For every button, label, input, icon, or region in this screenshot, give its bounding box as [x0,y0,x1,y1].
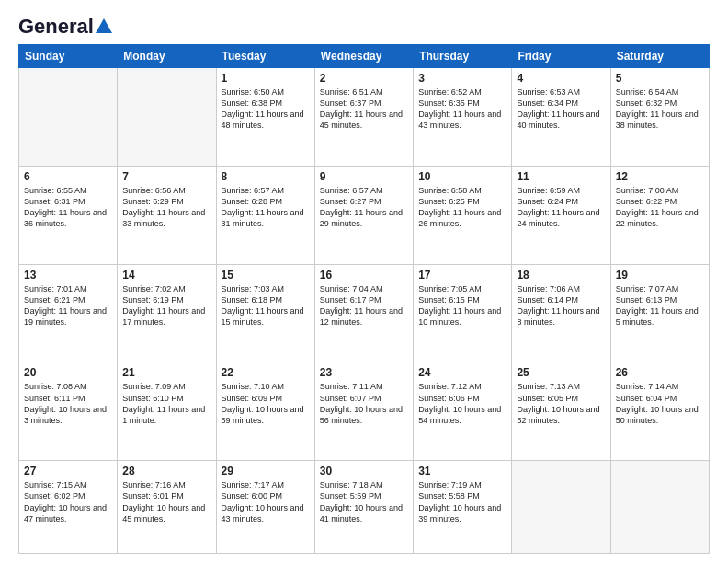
cell-info: Sunrise: 7:06 AMSunset: 6:14 PMDaylight:… [517,284,599,327]
calendar-cell: 4Sunrise: 6:53 AMSunset: 6:34 PMDaylight… [512,68,610,167]
cell-info: Sunrise: 6:58 AMSunset: 6:25 PMDaylight:… [418,186,501,228]
day-number: 14 [122,269,210,282]
cell-info: Sunrise: 7:00 AMSunset: 6:22 PMDaylight:… [616,186,699,228]
calendar-cell: 9Sunrise: 6:57 AMSunset: 6:27 PMDaylight… [314,166,413,264]
day-header-tuesday: Tuesday [216,45,314,68]
calendar-cell: 14Sunrise: 7:02 AMSunset: 6:19 PMDayligh… [118,264,216,362]
calendar-table: SundayMondayTuesdayWednesdayThursdayFrid… [18,44,710,554]
day-number: 17 [418,269,506,282]
cell-info: Sunrise: 7:14 AMSunset: 6:04 PMDaylight:… [616,382,699,424]
calendar-cell: 21Sunrise: 7:09 AMSunset: 6:10 PMDayligh… [118,362,216,461]
day-number: 24 [418,366,506,379]
calendar-cell: 13Sunrise: 7:01 AMSunset: 6:21 PMDayligh… [19,264,118,362]
calendar-cell: 25Sunrise: 7:13 AMSunset: 6:05 PMDayligh… [512,362,610,461]
day-number: 1 [222,72,310,85]
cell-info: Sunrise: 7:01 AMSunset: 6:21 PMDaylight:… [24,284,107,327]
day-number: 12 [616,170,704,183]
calendar-header-row: SundayMondayTuesdayWednesdayThursdayFrid… [19,45,710,68]
cell-info: Sunrise: 7:15 AMSunset: 6:02 PMDaylight:… [24,480,107,523]
page: General SundayMondayTuesdayWednesdayThur… [0,0,728,563]
cell-info: Sunrise: 7:02 AMSunset: 6:19 PMDaylight:… [122,284,205,327]
calendar-cell: 22Sunrise: 7:10 AMSunset: 6:09 PMDayligh… [216,362,314,461]
cell-info: Sunrise: 6:53 AMSunset: 6:34 PMDaylight:… [517,87,599,130]
calendar-cell: 11Sunrise: 6:59 AMSunset: 6:24 PMDayligh… [512,166,610,264]
calendar-cell: 24Sunrise: 7:12 AMSunset: 6:06 PMDayligh… [414,362,512,461]
header: General [18,15,710,35]
cell-info: Sunrise: 7:03 AMSunset: 6:18 PMDaylight:… [222,284,304,327]
calendar-cell: 23Sunrise: 7:11 AMSunset: 6:07 PMDayligh… [314,362,413,461]
cell-info: Sunrise: 7:18 AMSunset: 5:59 PMDaylight:… [320,480,403,523]
cell-info: Sunrise: 6:55 AMSunset: 6:31 PMDaylight:… [24,186,107,228]
calendar-cell: 29Sunrise: 7:17 AMSunset: 6:00 PMDayligh… [216,461,314,554]
day-number: 15 [222,269,310,282]
logo-triangle-icon [96,17,112,33]
day-header-sunday: Sunday [19,45,118,68]
calendar-cell: 5Sunrise: 6:54 AMSunset: 6:32 PMDaylight… [610,68,709,167]
day-number: 9 [320,170,408,183]
week-row-5: 27Sunrise: 7:15 AMSunset: 6:02 PMDayligh… [19,461,710,554]
cell-info: Sunrise: 6:52 AMSunset: 6:35 PMDaylight:… [418,87,501,130]
calendar-cell: 18Sunrise: 7:06 AMSunset: 6:14 PMDayligh… [512,264,610,362]
day-number: 28 [122,465,210,477]
cell-info: Sunrise: 6:51 AMSunset: 6:37 PMDaylight:… [320,87,403,130]
week-row-3: 13Sunrise: 7:01 AMSunset: 6:21 PMDayligh… [19,264,710,362]
day-number: 3 [418,72,506,85]
day-number: 4 [517,72,605,85]
cell-info: Sunrise: 7:11 AMSunset: 6:07 PMDaylight:… [320,382,403,424]
day-number: 19 [616,269,704,282]
cell-info: Sunrise: 7:19 AMSunset: 5:58 PMDaylight:… [418,480,501,523]
logo: General [18,15,112,35]
day-number: 25 [517,366,605,379]
day-number: 6 [24,170,112,183]
cell-info: Sunrise: 6:56 AMSunset: 6:29 PMDaylight:… [122,186,205,228]
week-row-1: 1Sunrise: 6:50 AMSunset: 6:38 PMDaylight… [19,68,710,167]
day-number: 13 [24,269,112,282]
day-number: 21 [122,366,210,379]
day-number: 23 [320,366,408,379]
day-number: 8 [222,170,310,183]
calendar-cell: 6Sunrise: 6:55 AMSunset: 6:31 PMDaylight… [19,166,118,264]
calendar-cell: 19Sunrise: 7:07 AMSunset: 6:13 PMDayligh… [610,264,709,362]
day-number: 11 [517,170,605,183]
cell-info: Sunrise: 7:10 AMSunset: 6:09 PMDaylight:… [222,382,304,424]
cell-info: Sunrise: 6:57 AMSunset: 6:28 PMDaylight:… [222,186,304,228]
calendar-cell: 28Sunrise: 7:16 AMSunset: 6:01 PMDayligh… [118,461,216,554]
calendar-cell [19,68,118,167]
calendar-cell: 27Sunrise: 7:15 AMSunset: 6:02 PMDayligh… [19,461,118,554]
week-row-2: 6Sunrise: 6:55 AMSunset: 6:31 PMDaylight… [19,166,710,264]
cell-info: Sunrise: 7:16 AMSunset: 6:01 PMDaylight:… [122,480,205,523]
cell-info: Sunrise: 7:05 AMSunset: 6:15 PMDaylight:… [418,284,501,327]
calendar-cell [512,461,610,554]
cell-info: Sunrise: 6:54 AMSunset: 6:32 PMDaylight:… [616,87,699,130]
calendar-cell: 1Sunrise: 6:50 AMSunset: 6:38 PMDaylight… [216,68,314,167]
day-number: 26 [616,366,704,379]
calendar-cell: 30Sunrise: 7:18 AMSunset: 5:59 PMDayligh… [314,461,413,554]
day-number: 18 [517,269,605,282]
calendar-body: 1Sunrise: 6:50 AMSunset: 6:38 PMDaylight… [19,68,710,554]
day-number: 22 [222,366,310,379]
logo-general: General [18,15,94,39]
cell-info: Sunrise: 7:07 AMSunset: 6:13 PMDaylight:… [616,284,699,327]
calendar-cell: 8Sunrise: 6:57 AMSunset: 6:28 PMDaylight… [216,166,314,264]
day-number: 29 [222,465,310,477]
calendar-cell: 7Sunrise: 6:56 AMSunset: 6:29 PMDaylight… [118,166,216,264]
day-number: 10 [418,170,506,183]
calendar-cell [118,68,216,167]
cell-info: Sunrise: 6:50 AMSunset: 6:38 PMDaylight:… [222,87,304,130]
cell-info: Sunrise: 7:09 AMSunset: 6:10 PMDaylight:… [122,382,205,424]
calendar-cell: 3Sunrise: 6:52 AMSunset: 6:35 PMDaylight… [414,68,512,167]
cell-info: Sunrise: 6:59 AMSunset: 6:24 PMDaylight:… [517,186,599,228]
cell-info: Sunrise: 6:57 AMSunset: 6:27 PMDaylight:… [320,186,403,228]
cell-info: Sunrise: 7:13 AMSunset: 6:05 PMDaylight:… [517,382,599,424]
day-number: 30 [320,465,408,477]
week-row-4: 20Sunrise: 7:08 AMSunset: 6:11 PMDayligh… [19,362,710,461]
calendar-cell: 10Sunrise: 6:58 AMSunset: 6:25 PMDayligh… [414,166,512,264]
day-header-friday: Friday [512,45,610,68]
calendar-cell: 15Sunrise: 7:03 AMSunset: 6:18 PMDayligh… [216,264,314,362]
day-number: 16 [320,269,408,282]
calendar-cell: 20Sunrise: 7:08 AMSunset: 6:11 PMDayligh… [19,362,118,461]
day-number: 20 [24,366,112,379]
day-header-saturday: Saturday [610,45,709,68]
svg-marker-0 [96,18,112,33]
calendar-cell: 2Sunrise: 6:51 AMSunset: 6:37 PMDaylight… [314,68,413,167]
